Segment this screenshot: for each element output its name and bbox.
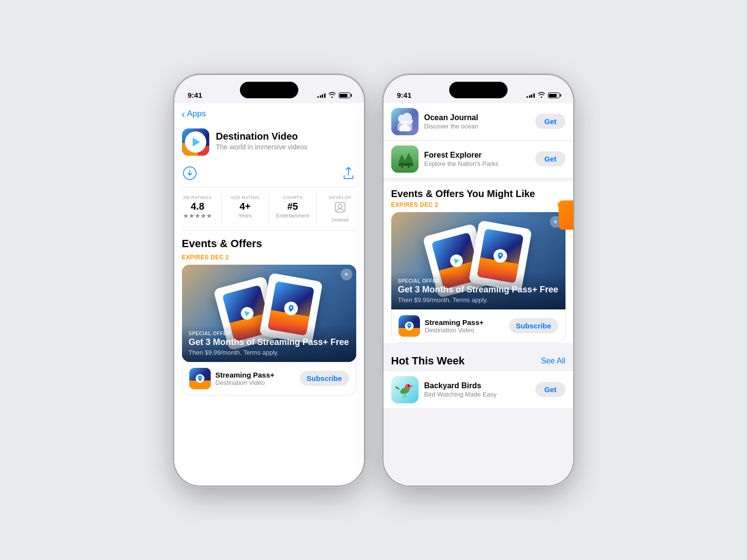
event-badge-right: SPECIAL OFFER xyxy=(398,278,559,284)
right-event-text: SPECIAL OFFER Get 3 Months of Streaming … xyxy=(391,272,565,309)
app-subtitle: The world in immersive videos xyxy=(216,143,356,151)
svg-rect-6 xyxy=(391,145,419,173)
event-title-right: Get 3 Months of Streaming Pass+ Free xyxy=(398,285,559,295)
expires-right: EXPIRES DEC 2 xyxy=(391,201,438,208)
section-spacer-1 xyxy=(383,178,573,181)
app-list: Ocean Journal Discover the ocean Get xyxy=(383,103,573,178)
age-sub: Years xyxy=(225,213,265,218)
events-section-right: Events & Offers You Might Like EXPIRES D… xyxy=(383,181,573,343)
sub-name-left: Streaming Pass+ xyxy=(216,371,295,379)
ocean-app-name: Ocean Journal xyxy=(424,113,530,122)
forest-icon xyxy=(391,145,419,173)
back-label: Apps xyxy=(187,109,206,119)
event-card-right[interactable]: + SPECIAL OFFER Get 3 Months of Streamin… xyxy=(391,212,565,343)
bird-app-name: Backyard Birds xyxy=(424,381,530,390)
list-item-forest: Forest Explorer Explore the Nation's Par… xyxy=(383,141,573,178)
status-time-right: 9:41 xyxy=(397,91,412,99)
app-detail: ‹ Apps Destination Video xyxy=(174,103,364,486)
event-image-left: + SPECIAL OFFER Get 3 Months of Streamin… xyxy=(182,265,356,362)
right-phone: 9:41 xyxy=(383,75,573,486)
bird-app-info: Backyard Birds Bird Watching Made Easy xyxy=(424,381,530,398)
event-sub-card-left: Streaming Pass+ Destination Video Subscr… xyxy=(182,362,356,396)
subscribe-button-left[interactable]: Subscribe xyxy=(300,371,349,386)
event-text-overlay-left: SPECIAL OFFER Get 3 Months of Streaming … xyxy=(182,325,356,362)
event-badge-left: SPECIAL OFFER xyxy=(189,331,349,336)
dynamic-island-left xyxy=(240,82,298,98)
dev-icon xyxy=(321,201,360,217)
sub-info-left: Streaming Pass+ Destination Video xyxy=(216,371,295,386)
charts-value: #5 xyxy=(273,201,312,212)
hot-item-birds: Backyard Birds Bird Watching Made Easy G… xyxy=(383,371,573,408)
left-phone: 9:41 xyxy=(174,75,364,486)
nav-bar-left: ‹ Apps xyxy=(174,103,364,123)
app-header: Destination Video The world in immersive… xyxy=(174,123,364,162)
share-button[interactable] xyxy=(341,165,356,181)
hot-section: Hot This Week See All xyxy=(383,347,573,408)
events-section-title: Events & Offers xyxy=(174,231,364,253)
right-content: Ocean Journal Discover the ocean Get xyxy=(383,103,573,486)
event-sub-card-right: Streaming Pass+ Destination Video Subscr… xyxy=(391,309,565,343)
forest-app-name: Forest Explorer xyxy=(424,151,530,160)
svg-point-14 xyxy=(408,324,410,325)
ratings-value: 4.8 xyxy=(178,201,218,212)
bird-get-button[interactable]: Get xyxy=(535,382,565,397)
see-all-button[interactable]: See All xyxy=(541,357,565,365)
sub-detail-left: Destination Video xyxy=(216,379,295,386)
event-detail-left: Then $9.99/month. Terms apply. xyxy=(189,349,349,356)
event-image-right: + SPECIAL OFFER Get 3 Months of Streamin… xyxy=(391,212,565,309)
dynamic-island-right xyxy=(449,82,508,98)
forest-get-button[interactable]: Get xyxy=(535,151,565,166)
ocean-app-desc: Discover the ocean xyxy=(424,123,530,130)
bird-app-desc: Bird Watching Made Easy xyxy=(424,391,530,398)
download-button[interactable] xyxy=(182,165,198,181)
battery-fill-left xyxy=(340,94,347,97)
app-action-row xyxy=(174,162,364,187)
event-detail-right: Then $9.99/month. Terms apply. xyxy=(398,296,559,304)
signal-icon-left xyxy=(317,93,326,98)
ocean-app-info: Ocean Journal Discover the ocean xyxy=(424,113,530,130)
battery-icon-right xyxy=(548,92,560,98)
svg-point-4 xyxy=(199,377,200,378)
subscribe-button-right[interactable]: Subscribe xyxy=(509,318,558,333)
expires-label-left: EXPIRES DEC 2 xyxy=(174,253,364,265)
svg-rect-12 xyxy=(408,165,410,168)
svg-point-18 xyxy=(408,385,410,387)
svg-rect-5 xyxy=(391,108,419,135)
wifi-icon-left xyxy=(328,92,336,99)
forest-app-info: Forest Explorer Explore the Nation's Par… xyxy=(424,151,530,167)
signal-icon-right xyxy=(527,93,535,98)
status-time-left: 9:41 xyxy=(188,91,202,99)
dev-name: Destinati xyxy=(321,217,360,222)
app-name-title: Destination Video xyxy=(216,130,356,142)
right-screen: Ocean Journal Discover the ocean Get xyxy=(383,103,573,486)
sub-info-right: Streaming Pass+ Destination Video xyxy=(425,318,504,334)
back-button[interactable]: ‹ Apps xyxy=(182,109,356,119)
hot-header: Hot This Week See All xyxy=(383,347,573,371)
back-chevron-icon: ‹ xyxy=(182,109,185,119)
left-screen: ‹ Apps Destination Video xyxy=(174,103,364,486)
ocean-get-button[interactable]: Get xyxy=(535,114,565,129)
orange-strip xyxy=(559,200,573,230)
battery-icon-left xyxy=(339,92,350,98)
list-item-ocean: Ocean Journal Discover the ocean Get xyxy=(383,103,573,141)
status-icons-left xyxy=(317,92,350,99)
sub-app-icon-right xyxy=(399,315,420,337)
hot-title: Hot This Week xyxy=(391,355,465,367)
plus-badge-left: + xyxy=(341,269,352,280)
battery-fill-right xyxy=(549,94,557,97)
charts-label: CHARTS xyxy=(273,195,312,200)
event-title-left: Get 3 Months of Streaming Pass+ Free xyxy=(189,337,349,348)
section-spacer-2 xyxy=(383,343,573,347)
app-title-section: Destination Video The world in immersive… xyxy=(216,128,356,151)
status-icons-right xyxy=(527,92,560,99)
events-section-title-right: Events & Offers You Might Like xyxy=(391,188,535,199)
event-card-left[interactable]: + SPECIAL OFFER Get 3 Months of Streamin… xyxy=(182,265,356,362)
age-value: 4+ xyxy=(225,201,265,212)
svg-point-2 xyxy=(338,204,342,208)
stat-age: AGE RATING 4+ Years xyxy=(221,193,269,224)
bird-app-icon xyxy=(391,376,419,403)
forest-app-desc: Explore the Nation's Parks xyxy=(424,160,530,167)
charts-sub: Entertainment xyxy=(273,213,312,218)
play-icon xyxy=(193,138,200,146)
app-icon-main xyxy=(182,128,209,156)
